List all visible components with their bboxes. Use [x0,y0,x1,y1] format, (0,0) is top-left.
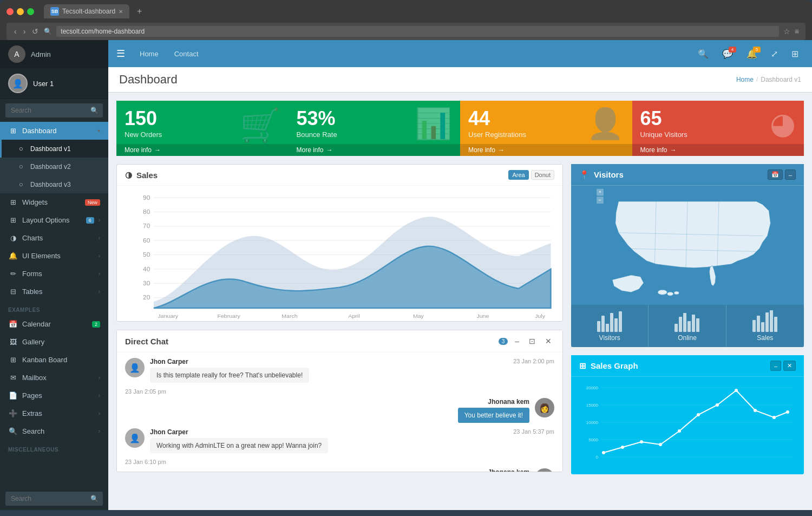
pages-icon: 📄 [8,391,18,400]
sidebar-item-search[interactable]: 🔍 Search › [0,422,108,440]
sidebar-item-ui-elements[interactable]: 🔔 UI Elements › [0,247,108,265]
sidebar-item-kanban[interactable]: ⊞ Kanban Board [0,351,108,369]
sidebar-item-calendar[interactable]: 📅 Calendar 2 [0,315,108,333]
chat-name-time: Jhon Carper 23 Jan 5:37 pm [150,428,554,436]
sidebar-item-label: Gallery [22,338,100,346]
breadcrumb: Home / Dashboard v1 [736,76,801,83]
examples-section-label: EXAMPLES [0,301,108,315]
mini-bar [683,313,686,332]
new-tab-button[interactable]: + [137,6,142,16]
area-chart-container: 90 80 70 60 50 40 30 20 [125,191,554,321]
topnav-notifications-button[interactable]: 🔔 5 [741,44,763,63]
topnav-fullscreen-button[interactable]: ⤢ [765,44,783,63]
bookmark-icon[interactable]: ☆ [783,27,790,36]
chevron-down-icon: ▾ [97,128,100,134]
mini-bar [614,318,618,332]
visitors-calendar-button[interactable]: 📅 [768,169,783,180]
arrow-right-icon: → [670,146,677,154]
dashboard-icon: ⊞ [8,127,18,135]
sidebar-item-label: Dashboard v3 [30,181,100,188]
arrow-right-icon: → [498,146,505,154]
new-badge: New [85,199,100,206]
chat-minimize-button[interactable]: – [512,336,522,347]
back-button[interactable]: ‹ [13,27,18,36]
chat-timestamp: 23 Jan 2:00 pm [513,358,554,365]
sidebar-item-dashboard-v1[interactable]: ○ Dashboard v1 [0,140,108,158]
sales-graph-close-button[interactable]: ✕ [783,361,796,371]
topnav-search-button[interactable]: 🔍 [692,44,714,63]
browser-menu-icon[interactable]: ≡ [795,27,799,36]
visitors-minimize-button[interactable]: – [785,169,796,180]
sidebar-item-dashboard-v2[interactable]: ○ Dashboard v2 [0,158,108,175]
chevron-right-icon: › [99,410,100,416]
sidebar-item-dashboard[interactable]: ⊞ Dashboard ▾ [0,122,108,140]
direct-chat-box: Direct Chat 3 – ⊡ ✕ 👤 [116,330,563,472]
browser-tab[interactable]: SB Tecsolt-dashboard ✕ [44,4,129,18]
chat-avatar: 👩 [535,468,554,472]
sales-chart-title: ◑ Sales [125,170,504,180]
topnav-messages-button[interactable]: 💬 4 [717,44,738,63]
sidebar-item-forms[interactable]: ✏ Forms › [0,265,108,283]
sidebar-user-section: 👤 User 1 [0,68,108,99]
visitors-box-title: 📍 Visitors [579,170,763,180]
stat-box-bounce: 53% Bounce Rate 📊 More info → [289,101,461,156]
breadcrumb-home-link[interactable]: Home [736,76,754,83]
sidebar-item-dashboard-v3[interactable]: ○ Dashboard v3 [0,175,108,193]
sidebar-item-extras[interactable]: ➕ Extras › [0,404,108,422]
traffic-light-red[interactable] [6,8,14,15]
stat-footer-registrations[interactable]: More info → [460,144,632,156]
misc-section-label: MISCELLANEOUS [0,440,108,455]
chat-name-time: Jhon Carper 23 Jan 2:00 pm [150,358,554,365]
sidebar-toggle-button[interactable]: ☰ [116,48,125,60]
sidebar-item-layout[interactable]: ⊞ Layout Options 6 › [0,211,108,229]
reload-button[interactable]: ↺ [31,27,40,36]
url-input[interactable] [56,26,778,37]
traffic-light-green[interactable] [27,8,34,15]
donut-chart-button[interactable]: Donut [531,170,554,180]
svg-text:60: 60 [143,237,150,243]
search-nav-icon: 🔍 [8,427,18,435]
topnav-home-link[interactable]: Home [133,45,165,62]
us-map-svg: + − [571,186,804,305]
sidebar-search-input[interactable] [5,103,103,117]
tables-icon: ⊟ [8,288,18,296]
sidebar-search-bottom-input[interactable] [5,492,103,506]
sidebar-item-pages[interactable]: 📄 Pages › [0,387,108,404]
stat-footer-visitors[interactable]: More info → [632,144,804,156]
sidebar-item-charts[interactable]: ◑ Charts › [0,229,108,247]
stat-footer-orders[interactable]: More info → [116,144,289,156]
sidebar-item-tables[interactable]: ⊟ Tables › [0,283,108,301]
chat-sender-name: Jhonana kem [488,468,529,472]
traffic-light-yellow[interactable] [17,8,24,15]
stat-footer-bounce[interactable]: More info → [289,144,461,156]
arrow-right-icon: → [154,146,161,154]
mini-bar [675,324,678,332]
mini-bar [774,317,777,332]
stat-footer-text-bounce: More info [297,146,324,154]
topnav-grid-button[interactable]: ⊞ [786,44,804,63]
forward-button[interactable]: › [22,27,27,36]
sales-graph-header: ⊞ Sales Graph – ✕ [571,355,804,377]
chat-close-button[interactable]: ✕ [542,336,554,347]
area-chart-button[interactable]: Area [508,170,528,180]
chat-message: 👤 Jhon Carper 23 Jan 2:00 pm Is this tem… [125,358,554,383]
chat-content: Jhon Carper 23 Jan 5:37 pm Working with … [150,428,554,453]
sales-graph-title: ⊞ Sales Graph [579,361,766,371]
sidebar: A Admin 👤 User 1 🔍 ⊞ Dashboard ▾ ○ Dashb… [0,40,108,510]
mini-bar [679,317,682,332]
sales-stat-label: Sales [732,334,798,342]
sales-graph-minimize-button[interactable]: – [770,361,781,371]
charts-icon: ◑ [8,234,18,242]
sidebar-item-widgets[interactable]: ⊞ Widgets New [0,193,108,211]
visitors-stats-row: Visitors [571,305,804,347]
sidebar-item-label: Tables [22,288,94,296]
sidebar-item-mailbox[interactable]: ✉ Mailbox › [0,369,108,387]
svg-point-50 [735,389,738,392]
tab-close-button[interactable]: ✕ [119,9,123,15]
topnav-contact-link[interactable]: Contact [168,45,205,62]
svg-point-52 [772,416,776,419]
tab-title: Tecsolt-dashboard [62,8,115,15]
sidebar-item-gallery[interactable]: 🖼 Gallery [0,333,108,351]
chat-popout-button[interactable]: ⊡ [526,336,538,347]
sales-chart-body: 90 80 70 60 50 40 30 20 [117,186,562,321]
